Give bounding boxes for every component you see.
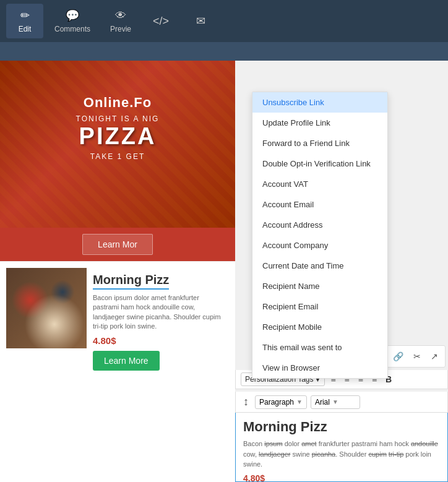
preview-label: Previe bbox=[110, 25, 131, 33]
learn-more-red-button[interactable]: Learn Mor bbox=[82, 234, 153, 255]
external-float-button[interactable]: ↗ bbox=[426, 348, 442, 364]
text-format-row: ↕ Paragraph ▼ Arial ▼ bbox=[235, 392, 448, 413]
dropdown-item-account-email[interactable]: Account Email bbox=[252, 194, 387, 215]
dropdown-item-email-sent-to[interactable]: This email was sent to bbox=[252, 337, 387, 358]
strikethrough-cupim: cupim bbox=[368, 450, 386, 458]
link-icon: 🔗 bbox=[393, 351, 403, 361]
pizza-slice-image bbox=[6, 268, 87, 348]
learn-more-green-button[interactable]: Learn More bbox=[93, 351, 160, 371]
email-button[interactable]: ✉ bbox=[182, 9, 219, 33]
paragraph-select[interactable]: Paragraph ▼ bbox=[255, 395, 307, 409]
font-select[interactable]: Arial ▼ bbox=[311, 395, 360, 409]
dropdown-item-update-profile[interactable]: Update Profile Link bbox=[252, 113, 387, 133]
scissor-float-button[interactable]: ✂ bbox=[409, 348, 425, 364]
main-toolbar: ✏ Edit 💬 Comments 👁 Previe </> ✉ bbox=[0, 0, 448, 42]
pizza-card-price: 4.80$ bbox=[93, 335, 223, 346]
external-link-icon: ↗ bbox=[431, 351, 438, 361]
scissor-icon: ✂ bbox=[413, 351, 421, 361]
sub-header bbox=[0, 42, 448, 61]
dropdown-item-forward-friend[interactable]: Forward to a Friend Link bbox=[252, 133, 387, 153]
preview-button[interactable]: 👁 Previe bbox=[101, 4, 140, 38]
paragraph-label: Paragraph bbox=[259, 398, 294, 407]
strikethrough-landjaeger: landjaeger bbox=[259, 450, 290, 458]
edit-label: Edit bbox=[19, 25, 32, 33]
pizza-card-title: Morning Pizz bbox=[93, 273, 169, 290]
price-display: 4.80$ bbox=[243, 473, 440, 483]
dropdown-item-account-address[interactable]: Account Address bbox=[252, 215, 387, 235]
strikethrough-amet: amet bbox=[301, 440, 316, 447]
paragraph-chevron-icon: ▼ bbox=[296, 398, 303, 405]
code-button[interactable]: </> bbox=[142, 10, 179, 33]
strikethrough-andouille: andouille bbox=[411, 440, 438, 447]
comments-icon: 💬 bbox=[66, 9, 79, 22]
line-height-button[interactable]: ↕ bbox=[241, 394, 251, 410]
edit-button[interactable]: ✏ Edit bbox=[6, 4, 43, 38]
banner-online-text: Online.Fo bbox=[76, 95, 160, 111]
comments-button[interactable]: 💬 Comments bbox=[46, 4, 99, 38]
font-label: Arial bbox=[315, 398, 330, 407]
pizza-slice-section: Morning Pizz Bacon ipsum dolor amet fran… bbox=[0, 261, 235, 382]
banner-tonight-text: TONIGHT IS A NIG bbox=[76, 114, 160, 123]
link-float-button[interactable]: 🔗 bbox=[389, 348, 408, 364]
preview-icon: 👁 bbox=[115, 9, 126, 22]
strikethrough-ipsum: ipsum bbox=[264, 440, 282, 447]
banner-text: Online.Fo TONIGHT IS A NIG PIZZA TAKE 1 … bbox=[76, 95, 160, 161]
dropdown-item-account-vat[interactable]: Account VAT bbox=[252, 174, 387, 194]
dropdown-item-unsubscribe[interactable]: Unsubscribe Link bbox=[252, 92, 387, 113]
comments-label: Comments bbox=[54, 25, 90, 33]
email-icon: ✉ bbox=[196, 14, 205, 28]
strikethrough-picanha: picanha bbox=[312, 450, 336, 458]
float-toolbar: 🔗 ✂ ↗ bbox=[386, 345, 446, 368]
banner-pizza-text: PIZZA bbox=[76, 123, 160, 150]
editable-title: Morning Pizz bbox=[243, 419, 440, 435]
banner-take-text: TAKE 1 GET bbox=[76, 152, 160, 161]
pizza-text-content: Morning Pizz Bacon ipsum dolor amet fran… bbox=[87, 268, 229, 376]
personalization-dropdown: Unsubscribe Link Update Profile Link For… bbox=[252, 92, 388, 379]
dropdown-item-current-date[interactable]: Current Date and Time bbox=[252, 256, 387, 276]
strikethrough-tritip: tri-tip bbox=[389, 450, 403, 458]
editable-description: Bacon ipsum dolor amet frankfurter pastr… bbox=[243, 439, 440, 470]
learn-more-section: Learn Mor bbox=[0, 228, 235, 261]
editable-text-area[interactable]: Morning Pizz Bacon ipsum dolor amet fran… bbox=[235, 412, 448, 482]
dropdown-item-account-company[interactable]: Account Company bbox=[252, 235, 387, 256]
dropdown-item-recipient-name[interactable]: Recipient Name bbox=[252, 276, 387, 296]
dropdown-item-view-browser[interactable]: View in Browser bbox=[252, 358, 387, 378]
edit-icon: ✏ bbox=[20, 9, 30, 22]
dropdown-item-recipient-email[interactable]: Recipient Email bbox=[252, 296, 387, 317]
pizza-banner: Online.Fo TONIGHT IS A NIG PIZZA TAKE 1 … bbox=[0, 61, 235, 228]
font-chevron-icon: ▼ bbox=[332, 398, 338, 405]
dropdown-item-double-opt-in[interactable]: Double Opt-in Verification Link bbox=[252, 153, 387, 174]
canvas-area: Online.Fo TONIGHT IS A NIG PIZZA TAKE 1 … bbox=[0, 61, 448, 482]
email-preview: Online.Fo TONIGHT IS A NIG PIZZA TAKE 1 … bbox=[0, 61, 235, 482]
pizza-card-description: Bacon ipsum dolor amet frankfurter pastr… bbox=[93, 293, 223, 332]
code-icon: </> bbox=[153, 15, 169, 28]
dropdown-item-recipient-mobile[interactable]: Recipient Mobile bbox=[252, 317, 387, 337]
